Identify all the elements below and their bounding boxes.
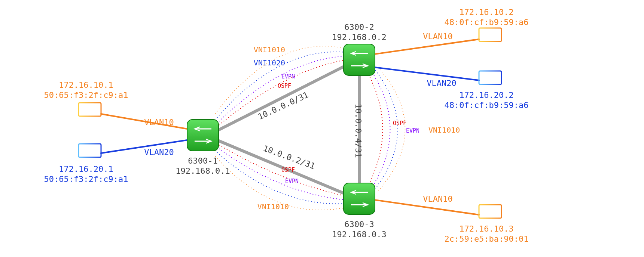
subnet-s2s3: 10.0.0.4/31 [354, 103, 363, 158]
host-h3-v10-icon [475, 205, 505, 219]
switch-1-ip: 192.168.0.1 [176, 166, 230, 176]
lbl-s1s2-ospf: OSPF [278, 83, 291, 89]
svg-rect-17 [479, 205, 501, 218]
svg-rect-15 [479, 71, 501, 84]
lbl-s1s3-ospf: OSPF [281, 167, 295, 173]
lbl-h1-vlan10: VLAN10 [144, 118, 174, 127]
arc-s2s3-ospf [369, 75, 383, 185]
host-h1-v20-icon [75, 144, 105, 158]
lbl-s2s3-vni1010: VNI1010 [428, 126, 460, 134]
h2v20-ip: 172.16.20.2 [459, 90, 514, 100]
switch-6300-2-icon [344, 44, 375, 75]
host-h2-v20-icon [475, 71, 505, 86]
svg-rect-6 [344, 183, 375, 214]
svg-rect-0 [187, 120, 219, 151]
arc-s1s3-vni1020 [217, 152, 346, 204]
arc-s2s3-evpn [372, 73, 390, 187]
h1v10-mac: 50:65:f3:2f:c9:a1 [44, 90, 128, 100]
lbl-s2s3-ospf: OSPF [393, 120, 406, 127]
lbl-s1s2-vni1020: VNI1020 [254, 58, 285, 67]
lbl-s1s2-evpn: EVPN [281, 73, 295, 80]
link-s2-h2v10 [374, 39, 479, 54]
lbl-h3-vlan10: VLAN10 [423, 194, 452, 204]
h1v20-ip: 172.16.20.1 [59, 164, 113, 174]
lbl-h2-vlan10: VLAN10 [423, 32, 452, 41]
lbl-s1s2-vni1010: VNI1010 [254, 45, 285, 54]
h1v20-mac: 50:65:f3:2f:c9:a1 [44, 174, 128, 184]
lbl-s1s3-vni1010: VNI1010 [257, 202, 289, 211]
h3v10-ip: 172.16.10.3 [459, 224, 514, 233]
network-diagram: 6300-1 192.168.0.1 6300-2 192.168.0.2 63… [0, 0, 644, 257]
arc-s2s3-vni1010 [378, 67, 405, 191]
switch-3-name: 6300-3 [344, 220, 374, 229]
switch-6300-3-icon [344, 183, 375, 214]
arc-s1s2-ospf [219, 60, 346, 125]
switch-6300-1-icon [187, 120, 219, 151]
h2v10-mac: 48:0f:cf:b9:59:a6 [444, 18, 528, 27]
lbl-s1s3-evpn: EVPN [285, 178, 299, 185]
lbl-s2s3-evpn: EVPN [406, 127, 419, 134]
host-h1-v10-icon [75, 103, 105, 117]
svg-rect-9 [79, 103, 101, 116]
switch-3-ip: 192.168.0.3 [332, 230, 387, 239]
switch-1-name: 6300-1 [188, 156, 217, 165]
switch-2-name: 6300-2 [344, 22, 374, 32]
arc-s2s3-vni1020 [375, 70, 398, 189]
switch-2-ip: 192.168.0.2 [332, 32, 387, 42]
h1v10-ip: 172.16.10.1 [59, 80, 113, 90]
svg-rect-13 [479, 28, 501, 41]
svg-rect-11 [79, 144, 101, 157]
svg-rect-3 [344, 44, 375, 75]
h2v20-mac: 48:0f:cf:b9:59:a6 [444, 100, 528, 110]
h3v10-mac: 2c:59:e5:ba:90:01 [444, 234, 528, 244]
host-h2-v10-icon [475, 28, 505, 43]
lbl-h2-vlan20: VLAN20 [427, 78, 456, 88]
lbl-h1-vlan20: VLAN20 [144, 148, 174, 157]
h2v10-ip: 172.16.10.2 [459, 7, 514, 17]
